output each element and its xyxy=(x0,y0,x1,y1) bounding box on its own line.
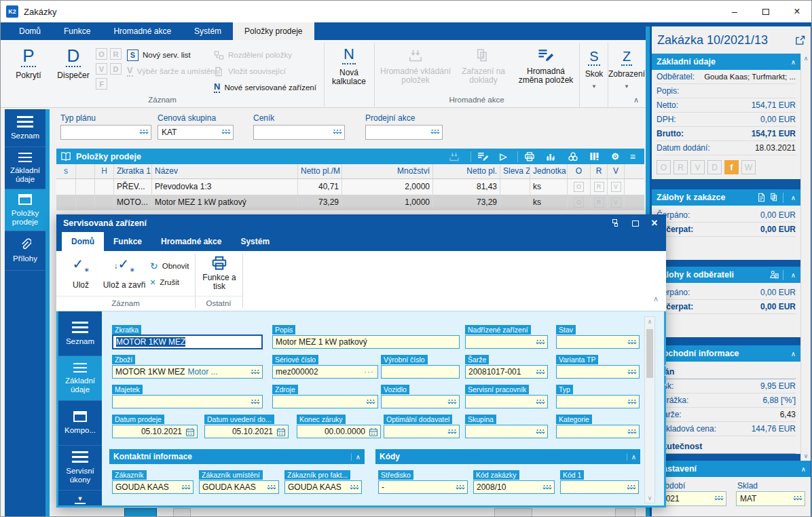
print-icon[interactable] xyxy=(524,151,535,162)
pokryti-button[interactable]: P Pokrytí xyxy=(9,45,48,80)
sidebar-more-button[interactable]: ▼ xyxy=(58,495,102,504)
varianta-tp-field[interactable]: Varianta TP xyxy=(556,353,640,379)
col-o[interactable]: O xyxy=(568,164,591,178)
col-zkratka[interactable]: Zkratka 1 xyxy=(114,164,152,178)
col-netto-mj[interactable]: Netto pl./M xyxy=(298,164,342,178)
dialog-restore-button[interactable] xyxy=(612,219,621,227)
customer-doc-icon[interactable] xyxy=(769,270,779,280)
section-header[interactable]: Zálohy k odběrateli ∧ xyxy=(652,267,800,283)
close-button[interactable]: × xyxy=(781,1,812,22)
dropdown-icon[interactable] xyxy=(456,484,465,491)
hromadna-zmena-button[interactable]: Hromadná změna položek xyxy=(514,45,578,85)
col-netto[interactable]: Netto pl. xyxy=(433,164,500,178)
dropdown-icon[interactable] xyxy=(251,369,260,376)
nadrizene-zarizeni-field[interactable]: Nadřízené zařízení xyxy=(465,323,548,349)
dropdown-icon[interactable] xyxy=(267,484,276,491)
dialog-close-button[interactable]: × xyxy=(650,219,659,227)
zobrazeni-dropdown-icon[interactable]: ▼ xyxy=(624,84,629,90)
scroll-up-icon[interactable]: ∧ xyxy=(645,318,654,325)
section-header[interactable]: Kódy∧ xyxy=(375,449,640,464)
table-row[interactable]: PŘEV... Převodovka 1:3 40,71 2,0000 81,4… xyxy=(56,179,644,195)
grid-menu-icon[interactable]: ≡ xyxy=(630,151,635,162)
sidebar-item-zakladni-udaje[interactable]: Základní údaje xyxy=(5,147,45,189)
obdobi-field[interactable]: 2021 xyxy=(657,491,726,506)
zdroje-field[interactable]: Zdroje xyxy=(272,383,378,408)
col-blank[interactable] xyxy=(76,164,95,178)
skupina-field[interactable]: Skupina xyxy=(465,413,548,438)
dialog-sidebar-servisni-ukony[interactable]: Servisní úkony xyxy=(58,446,102,491)
table-row-selected[interactable]: MOTO... Motor MEZ 1 kW patkový 73,29 1,0… xyxy=(56,195,644,210)
funkce-a-tisk-button[interactable]: Funkce a tisk xyxy=(199,255,240,291)
zkratka-field[interactable]: Zkratka MOTOR 1KW MEZ xyxy=(112,323,263,349)
collapse-icon[interactable]: ∧ xyxy=(627,453,636,461)
kod-zakazky-field[interactable]: Kód zakázky 2008/10 xyxy=(473,468,555,494)
dialog-tab-funkce[interactable]: Funkce xyxy=(104,232,151,251)
stav-field[interactable]: Stav xyxy=(556,323,640,349)
advance-doc-icon[interactable] xyxy=(757,193,767,202)
dropdown-icon[interactable] xyxy=(366,399,375,406)
dropdown-icon[interactable] xyxy=(447,399,457,406)
tab-funkce[interactable]: Funkce xyxy=(52,22,102,40)
tab-hromadne-akce[interactable]: Hromadné akce xyxy=(102,22,183,40)
dialog-ribbon-collapse-icon[interactable]: ∧ xyxy=(653,294,659,303)
dropdown-icon[interactable] xyxy=(350,484,359,491)
col-r[interactable]: R xyxy=(591,164,608,178)
flag-o-button[interactable]: O xyxy=(96,48,107,60)
typ-field[interactable]: Typ xyxy=(556,383,640,408)
dialog-tab-hromadne-akce[interactable]: Hromadné akce xyxy=(151,232,231,251)
dropdown-icon[interactable] xyxy=(536,369,545,376)
collapse-icon[interactable]: ∧ xyxy=(791,194,796,202)
dropdown-icon[interactable] xyxy=(181,484,191,491)
o-flag-button[interactable]: O xyxy=(574,197,584,208)
kategorie-field[interactable]: Kategorie xyxy=(556,413,640,438)
flag-f-button[interactable]: F xyxy=(96,78,107,90)
sidebar-item-prilohy[interactable]: Přílohy xyxy=(5,231,45,271)
ribbon-collapse-icon[interactable]: ∧ xyxy=(633,96,639,104)
calendar-icon[interactable] xyxy=(185,427,195,437)
dialog-sidebar-zakladni-udaje[interactable]: Základní údaje xyxy=(58,356,102,401)
ellipsis-button[interactable]: ··· xyxy=(364,367,374,377)
zrusit-button[interactable]: ×Zrušit xyxy=(150,274,189,290)
dropdown-icon[interactable] xyxy=(793,495,802,502)
zakaznik-pro-fakturaci-field[interactable]: Zákazník pro fakt... GOUDA KAAS xyxy=(284,468,362,494)
dropdown-icon[interactable] xyxy=(542,484,552,491)
filter-prodejni-akce[interactable]: Prodejní akce xyxy=(365,113,443,140)
dialog-sidebar-komponenty[interactable]: Kompo... xyxy=(58,401,102,446)
flag-o-button[interactable]: O xyxy=(657,160,671,174)
filter-typ-planu[interactable]: Typ plánu xyxy=(60,113,151,140)
dropdown-icon[interactable] xyxy=(333,129,342,136)
sklad-field[interactable]: MAT xyxy=(736,491,805,506)
zakaznik-umisteni-field[interactable]: Zákazník umístění GOUDA KAAS xyxy=(199,468,279,494)
section-header[interactable]: Nastavení∧ xyxy=(652,461,811,477)
collapse-icon[interactable]: ∧ xyxy=(791,58,796,66)
section-header[interactable]: Základní údaje∧ xyxy=(652,54,800,70)
collapse-icon[interactable]: ∧ xyxy=(791,271,796,279)
dropdown-icon[interactable] xyxy=(447,429,457,436)
scroll-up-icon[interactable]: ∧ xyxy=(801,55,811,62)
dropdown-icon[interactable] xyxy=(536,399,545,406)
vozidlo-field[interactable]: Vozidlo xyxy=(381,383,460,408)
col-s[interactable]: s xyxy=(56,164,76,178)
open-external-icon[interactable] xyxy=(795,35,805,45)
obnovit-button[interactable]: ↻Obnovit xyxy=(150,258,189,274)
col-mnozstvi[interactable]: Množství xyxy=(342,164,433,178)
nova-kalkulace-button[interactable]: N Nová kalkulace xyxy=(328,45,370,86)
uloz-button[interactable]: ✓∗ Ulož xyxy=(62,255,100,290)
collapse-icon[interactable]: ∧ xyxy=(801,465,806,473)
uloz-a-zavri-button[interactable]: ↓✓∗ Ulož a zavři xyxy=(103,255,146,290)
dialog-sidebar-seznam[interactable]: Seznam xyxy=(58,311,102,356)
flag-d-button[interactable]: D xyxy=(110,63,122,75)
dialog-scrollbar[interactable]: ∧ ∨ xyxy=(644,316,655,503)
col-v[interactable]: V xyxy=(608,164,625,178)
panel-scrollbar[interactable]: ∧ ∨ xyxy=(800,54,811,461)
calendar-icon[interactable] xyxy=(276,427,286,437)
novy-serv-list-button[interactable]: SNový serv. list xyxy=(127,47,217,63)
datum-uvedeni-field[interactable]: Datum uvedení do... 05.10.2021 xyxy=(204,413,289,438)
datum-prodeje-field[interactable]: Datum prodeje 05.10.2021 xyxy=(112,413,198,438)
flag-v-button[interactable]: V xyxy=(690,160,705,174)
dropdown-icon[interactable] xyxy=(251,399,260,406)
dropdown-icon[interactable] xyxy=(430,129,440,136)
flag-v-button[interactable]: V xyxy=(96,63,107,75)
stredisko-field[interactable]: Středisko - xyxy=(378,468,468,494)
flag-w-button[interactable]: W xyxy=(741,160,756,174)
